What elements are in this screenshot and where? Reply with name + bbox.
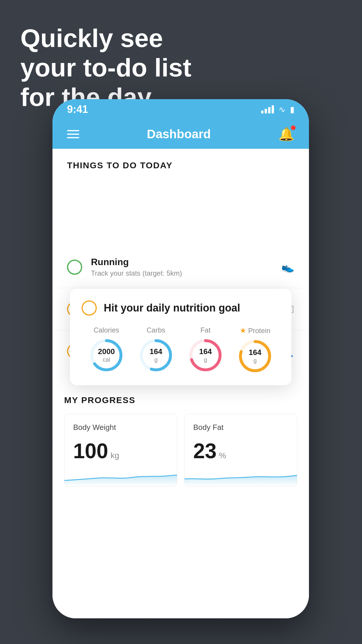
fat-circle: 164 g: [188, 338, 223, 373]
progress-cards: Body Weight 100 kg: [64, 414, 297, 487]
running-subtitle: Track your stats (target: 5km): [91, 269, 273, 277]
header-title: Dashboard: [147, 127, 211, 141]
body-fat-chart: [184, 469, 297, 486]
body-weight-chart: [64, 469, 177, 486]
calories-value: 2000: [98, 347, 115, 356]
status-bar: 9:41 ∿ ▮: [52, 99, 309, 120]
body-weight-label: Body Weight: [73, 423, 168, 432]
wifi-icon: ∿: [279, 105, 285, 114]
protein-value: 164: [249, 348, 261, 357]
carbs-label: Carbs: [147, 326, 165, 334]
body-weight-unit: kg: [110, 451, 119, 460]
progress-section: MY PROGRESS Body Weight 100 kg: [52, 384, 309, 487]
nutrition-card-title: Hit your daily nutrition goal: [104, 302, 240, 314]
protein-circle: 164 g: [238, 339, 273, 374]
headline-line1: Quickly see: [20, 23, 191, 53]
running-title: Running: [91, 257, 273, 267]
headline-line2: your to-do list: [20, 53, 191, 82]
fat-unit: g: [199, 356, 212, 363]
body-fat-label: Body Fat: [193, 423, 288, 432]
protein-unit: g: [249, 357, 261, 364]
nutrition-checkbox[interactable]: [82, 300, 97, 316]
status-icons: ∿ ▮: [261, 105, 294, 114]
nutrition-carbs: Carbs 164 g: [138, 326, 173, 373]
calories-circle: 2000 cal: [89, 338, 124, 373]
shoe-icon: 👟: [281, 261, 294, 273]
headline: Quickly see your to-do list for the day.: [20, 23, 191, 112]
calories-unit: cal: [98, 356, 115, 363]
body-weight-card: Body Weight 100 kg: [64, 414, 177, 487]
nutrition-row: Calories 2000 cal Carbs: [82, 326, 280, 374]
body-fat-unit: %: [219, 451, 226, 460]
nutrition-calories: Calories 2000 cal: [89, 326, 124, 373]
fat-label: Fat: [201, 326, 211, 334]
nutrition-protein: ★Protein 164 g: [238, 326, 273, 374]
hamburger-menu[interactable]: [67, 130, 79, 138]
fat-value: 164: [199, 347, 212, 356]
notification-dot: [291, 125, 296, 130]
battery-icon: ▮: [290, 105, 294, 114]
running-text: Running Track your stats (target: 5km): [91, 257, 273, 277]
status-time: 9:41: [67, 103, 88, 116]
things-to-do-header: THINGS TO DO TODAY: [52, 149, 309, 176]
body-fat-card: Body Fat 23 %: [184, 414, 297, 487]
nutrition-fat: Fat 164 g: [188, 326, 223, 373]
todo-item-running[interactable]: Running Track your stats (target: 5km) 👟: [52, 246, 309, 288]
notification-bell[interactable]: 🔔: [278, 127, 294, 142]
calories-label: Calories: [94, 326, 119, 334]
nutrition-card: Hit your daily nutrition goal Calories 2…: [70, 289, 291, 385]
running-checkbox[interactable]: [67, 260, 82, 275]
carbs-value: 164: [150, 347, 162, 356]
body-fat-value: 23: [193, 439, 217, 463]
phone-body: THINGS TO DO TODAY Hit your daily nutrit…: [52, 149, 309, 618]
signal-icon: [261, 105, 274, 113]
star-icon: ★: [240, 326, 246, 335]
protein-label: ★Protein: [240, 326, 270, 335]
phone-mockup: 9:41 ∿ ▮ Dashboard 🔔 THINGS TO DO TODAY: [52, 99, 309, 618]
carbs-unit: g: [150, 356, 162, 363]
body-weight-value: 100: [73, 439, 108, 463]
progress-title: MY PROGRESS: [64, 395, 297, 405]
app-header: Dashboard 🔔: [52, 120, 309, 149]
carbs-circle: 164 g: [138, 338, 173, 373]
